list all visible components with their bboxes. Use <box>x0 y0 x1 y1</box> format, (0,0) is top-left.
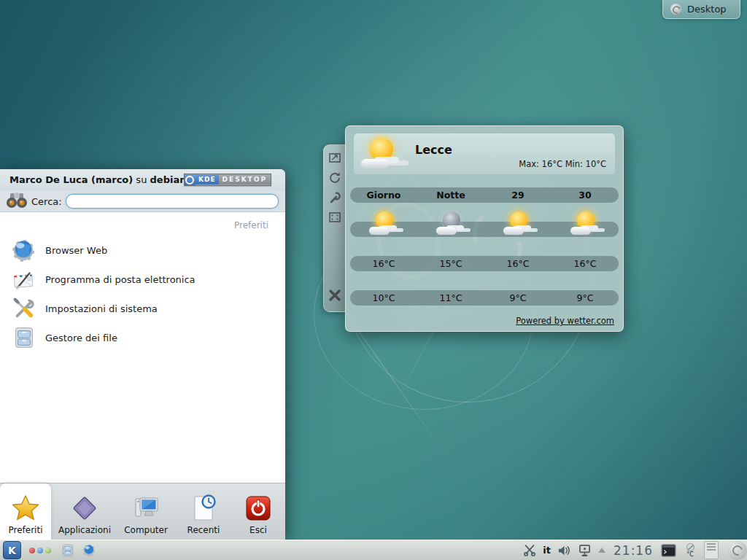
menu-item-label: Gestore dei file <box>45 332 117 343</box>
kickoff-content: Preferiti Browser Web <box>0 211 285 483</box>
weather-maxmin-label: Max: 16°C Min: 10°C <box>519 159 606 169</box>
day-temp: 16°C <box>551 256 619 271</box>
plasma-cashew-icon <box>670 4 681 15</box>
day-temp: 16°C <box>484 256 551 271</box>
menu-item-label: Programma di posta elettronica <box>45 274 196 285</box>
web-browser-icon <box>82 543 96 557</box>
search-label: Cerca: <box>31 196 62 207</box>
forecast-moon-cloud-icon <box>436 211 466 237</box>
file-manager-launcher[interactable] <box>61 543 75 558</box>
applications-icon <box>70 494 99 523</box>
day-temp: 15°C <box>417 256 484 271</box>
web-browser-launcher[interactable] <box>82 543 96 557</box>
tab-label: Esci <box>249 525 267 535</box>
night-temp: 9°C <box>484 290 551 306</box>
web-browser-icon <box>12 238 36 262</box>
badge-desktop-label: DESKTOP <box>219 175 271 184</box>
menu-item-system-settings[interactable]: Impostazioni di sistema <box>0 294 285 323</box>
search-input[interactable] <box>66 194 279 209</box>
weather-col-header: 29 <box>484 187 551 203</box>
tab-esci[interactable]: Esci <box>232 483 285 540</box>
weather-widget: Lecce Max: 16°C Min: 10°C Giorno Notte 2… <box>345 125 624 332</box>
badge-kde-label: KDE <box>196 175 219 184</box>
tab-label: Computer <box>124 525 168 535</box>
day-temp: 16°C <box>350 256 417 271</box>
weather-tray-icon[interactable]: °C <box>683 543 697 558</box>
digital-clock[interactable]: 21:16 <box>614 543 653 558</box>
kickoff-launcher-window: Marco De Luca (marco) su debian KDE DESK… <box>0 169 285 540</box>
forecast-sun-cloud-icon <box>570 211 600 237</box>
file-manager-icon <box>12 325 36 350</box>
search-binoculars-icon <box>5 189 28 212</box>
tab-preferiti[interactable]: Preferiti <box>0 483 51 540</box>
forecast-sun-cloud-icon <box>503 211 533 237</box>
kickoff-tabbar: Preferiti Applicazioni Computer <box>0 483 285 540</box>
menu-item-label: Browser Web <box>45 245 107 256</box>
tab-applicazioni[interactable]: Applicazioni <box>53 483 117 540</box>
email-icon <box>12 267 36 292</box>
applet-close-icon[interactable] <box>328 288 342 303</box>
weather-night-temps-row: 10°C 11°C 9°C 9°C <box>350 290 619 306</box>
tab-label: Recenti <box>187 525 220 535</box>
tab-computer[interactable]: Computer <box>117 483 175 540</box>
kde-desktop-badge: KDE DESKTOP <box>184 174 271 186</box>
favorites-category-label: Preferiti <box>234 220 268 230</box>
terminal-icon[interactable] <box>661 544 676 557</box>
pager-dot-green <box>45 548 51 553</box>
pager-dot-red <box>29 548 35 553</box>
current-weather-sun-icon <box>361 136 403 171</box>
forecast-sun-cloud-icon <box>368 211 399 237</box>
night-temp: 9°C <box>551 290 619 306</box>
file-manager-icon <box>61 543 75 558</box>
applet-resize-icon[interactable] <box>328 152 341 165</box>
weather-col-header: 30 <box>551 187 619 203</box>
weather-tray-label: °C <box>686 552 694 558</box>
tab-label: Applicazioni <box>58 525 111 535</box>
weather-col-header: Notte <box>417 187 484 203</box>
system-tray: it 21:16 °C <box>523 540 747 560</box>
applet-settings-wrench-icon[interactable] <box>328 191 341 204</box>
applet-maximize-icon[interactable] <box>328 211 341 224</box>
computer-icon <box>131 494 160 523</box>
panel-toolbox-cashew[interactable] <box>727 540 747 560</box>
night-temp: 11°C <box>417 290 484 306</box>
panel-mini-widget[interactable] <box>704 541 719 559</box>
weather-col-header: Giorno <box>350 187 417 203</box>
kde-logo-icon <box>185 174 196 185</box>
kickoff-user-title: Marco De Luca (marco) su debian <box>9 174 186 185</box>
kde-launcher-button[interactable]: K <box>3 541 21 559</box>
recent-documents-icon <box>189 494 218 523</box>
weather-city-label: Lecce <box>415 143 452 157</box>
night-temp: 10°C <box>350 290 417 306</box>
menu-item-file-manager[interactable]: Gestore dei file <box>0 323 285 352</box>
plasma-cashew-icon <box>728 541 747 560</box>
menu-item-email[interactable]: Programma di posta elettronica <box>0 265 285 294</box>
pager-dot-blue <box>37 548 43 553</box>
activity-pager-dots[interactable] <box>29 548 51 553</box>
title-connector: su <box>136 174 147 185</box>
desktop-toolbox-button[interactable]: Desktop <box>662 0 740 19</box>
tab-recenti[interactable]: Recenti <box>175 483 232 540</box>
star-icon <box>11 494 40 523</box>
menu-item-label: Impostazioni di sistema <box>45 303 158 314</box>
kickoff-search-row: Cerca: <box>0 191 285 211</box>
system-settings-icon <box>12 296 36 321</box>
logout-power-icon <box>244 494 273 523</box>
network-monitor-icon[interactable] <box>578 544 592 557</box>
weather-header-panel: Lecce Max: 16°C Min: 10°C <box>354 133 615 174</box>
keyboard-layout-indicator[interactable]: it <box>543 545 551 556</box>
bottom-panel: K it <box>0 540 747 560</box>
weather-icons-row <box>350 222 619 237</box>
host-name: debian <box>150 174 187 185</box>
applet-handle <box>323 144 347 312</box>
weather-day-temps-row: 16°C 15°C 16°C 16°C <box>350 256 619 271</box>
wetter-com-credit-link[interactable]: Powered by wetter.com <box>516 316 614 326</box>
desktop-toolbox-label: Desktop <box>687 4 727 15</box>
weather-columns-header-row: Giorno Notte 29 30 <box>350 187 619 203</box>
clipboard-scissors-icon[interactable] <box>523 544 536 556</box>
tab-label: Preferiti <box>9 525 43 535</box>
tray-expander-arrow-icon[interactable] <box>598 548 605 553</box>
menu-item-browser-web[interactable]: Browser Web <box>0 236 285 265</box>
applet-rotate-icon[interactable] <box>328 171 341 184</box>
volume-icon[interactable] <box>557 545 571 556</box>
